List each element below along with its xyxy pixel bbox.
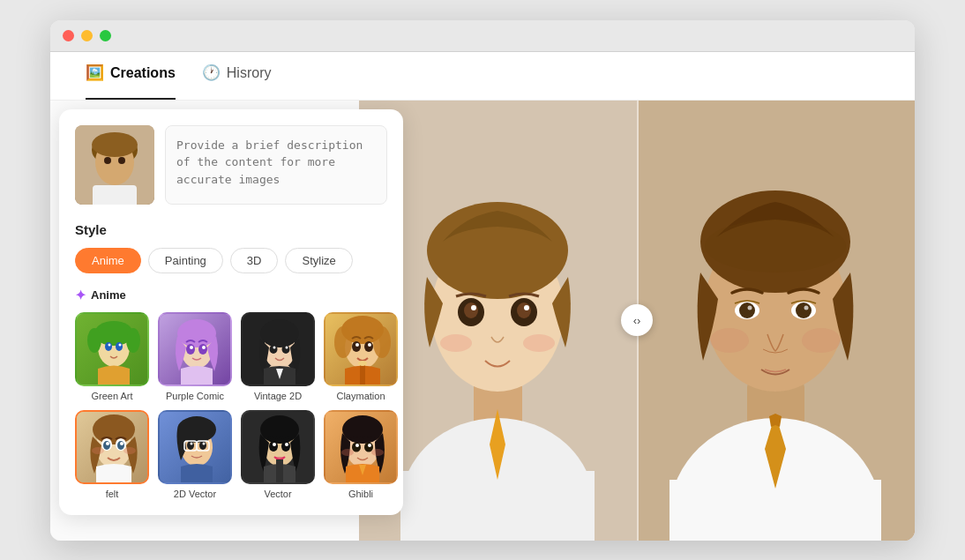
traffic-light-red[interactable]: [63, 30, 74, 41]
svg-point-59: [282, 345, 290, 354]
style-item-vintage-2d[interactable]: Vintage 2D: [241, 312, 315, 401]
svg-point-90: [203, 442, 206, 444]
svg-point-75: [93, 414, 135, 444]
browser-content: 🖼️ Creations 🕐 Hisrory: [50, 52, 915, 541]
creations-icon: 🖼️: [86, 63, 104, 82]
svg-point-42: [105, 342, 112, 351]
svg-point-11: [524, 305, 529, 310]
svg-point-9: [517, 302, 531, 318]
svg-point-12: [440, 334, 472, 352]
svg-point-61: [286, 346, 288, 348]
style-grid: Green Art: [75, 312, 387, 499]
browser-window: 🖼️ Creations 🕐 Hisrory: [50, 20, 915, 541]
style-item-claymation[interactable]: Claymation: [324, 312, 398, 401]
style-section-label: Style: [75, 222, 387, 237]
style-thumb-2d-vector: [158, 410, 232, 484]
svg-point-109: [355, 444, 359, 447]
top-nav: 🖼️ Creations 🕐 Hisrory: [50, 52, 915, 101]
style-name-green-art: Green Art: [91, 391, 132, 401]
svg-point-58: [270, 345, 278, 354]
style-tab-painting[interactable]: Painting: [148, 248, 223, 273]
style-item-ghibli[interactable]: Ghibli: [324, 410, 398, 499]
style-name-vintage-2d: Vintage 2D: [254, 391, 302, 401]
svg-point-108: [364, 442, 373, 452]
svg-point-98: [260, 415, 299, 444]
traffic-light-green[interactable]: [100, 30, 111, 41]
tab-history-label: Hisrory: [227, 65, 272, 81]
svg-point-66: [373, 326, 391, 358]
style-thumb-claymation: [324, 312, 398, 386]
input-row: [75, 125, 387, 205]
svg-point-111: [341, 449, 354, 456]
svg-point-24: [796, 302, 812, 318]
svg-point-28: [802, 328, 841, 353]
svg-point-33: [104, 157, 111, 164]
style-thumb-vintage-2d: [241, 312, 315, 386]
svg-rect-71: [360, 362, 365, 386]
style-item-2d-vector[interactable]: 2D Vector: [158, 410, 232, 499]
svg-point-88: [199, 441, 206, 450]
style-thumb-green-art: [75, 312, 149, 386]
avatar-image: [75, 125, 154, 205]
svg-point-26: [804, 305, 809, 310]
style-tab-anime[interactable]: Anime: [75, 248, 141, 273]
avatar-preview: [75, 125, 154, 205]
style-item-purple-comic[interactable]: Purple Comic: [158, 312, 232, 401]
description-input[interactable]: [165, 125, 387, 205]
style-item-felt[interactable]: felt: [75, 410, 149, 499]
svg-point-20: [705, 220, 846, 273]
svg-point-89: [191, 442, 193, 444]
style-tab-stylize[interactable]: Stylize: [285, 248, 352, 273]
style-item-vector[interactable]: Vector: [241, 410, 315, 499]
svg-rect-3: [400, 471, 595, 541]
svg-point-51: [198, 344, 207, 355]
svg-point-101: [273, 443, 276, 446]
tab-history[interactable]: 🕐 Hisrory: [202, 52, 272, 100]
svg-point-44: [108, 343, 111, 346]
style-name-claymation: Claymation: [336, 391, 385, 401]
svg-point-99: [269, 441, 278, 452]
comparison-toggle-button[interactable]: ‹›: [621, 304, 653, 336]
svg-point-100: [281, 441, 290, 452]
svg-point-25: [748, 305, 752, 310]
style-name-vector: Vector: [264, 489, 291, 499]
star-icon: ✦: [75, 287, 86, 303]
svg-point-8: [464, 302, 478, 318]
svg-point-72: [358, 361, 367, 366]
svg-point-60: [273, 346, 276, 348]
svg-rect-35: [93, 185, 137, 205]
style-thumb-felt: [75, 410, 149, 484]
svg-point-82: [92, 447, 104, 454]
svg-point-53: [202, 346, 206, 349]
tab-creations[interactable]: 🖼️ Creations: [86, 52, 176, 100]
svg-point-34: [118, 157, 125, 164]
svg-point-10: [471, 305, 476, 310]
svg-rect-103: [276, 459, 283, 484]
anime-category-label: ✦ Anime: [75, 287, 387, 303]
comparison-right: [637, 101, 915, 541]
style-thumb-purple-comic: [158, 312, 232, 386]
style-item-green-art[interactable]: Green Art: [75, 312, 149, 401]
svg-point-69: [355, 343, 359, 347]
style-tab-3d[interactable]: 3D: [230, 248, 279, 273]
svg-point-50: [186, 344, 195, 355]
svg-point-106: [342, 415, 383, 444]
svg-point-67: [352, 341, 361, 352]
svg-point-87: [187, 441, 194, 450]
svg-point-40: [87, 328, 101, 353]
svg-point-110: [368, 444, 371, 447]
style-thumb-ghibli: [324, 410, 398, 484]
svg-point-23: [739, 302, 755, 318]
svg-point-52: [190, 346, 193, 349]
svg-point-27: [710, 328, 749, 353]
traffic-light-yellow[interactable]: [81, 30, 93, 41]
image-comparison: ‹›: [359, 101, 915, 541]
svg-point-102: [285, 443, 288, 446]
svg-point-83: [123, 447, 136, 454]
style-name-2d-vector: 2D Vector: [174, 489, 216, 499]
svg-point-68: [364, 341, 373, 352]
svg-point-41: [126, 328, 140, 353]
svg-point-112: [371, 449, 384, 456]
style-tabs: Anime Painting 3D Stylize: [75, 248, 387, 273]
svg-point-45: [119, 343, 122, 346]
